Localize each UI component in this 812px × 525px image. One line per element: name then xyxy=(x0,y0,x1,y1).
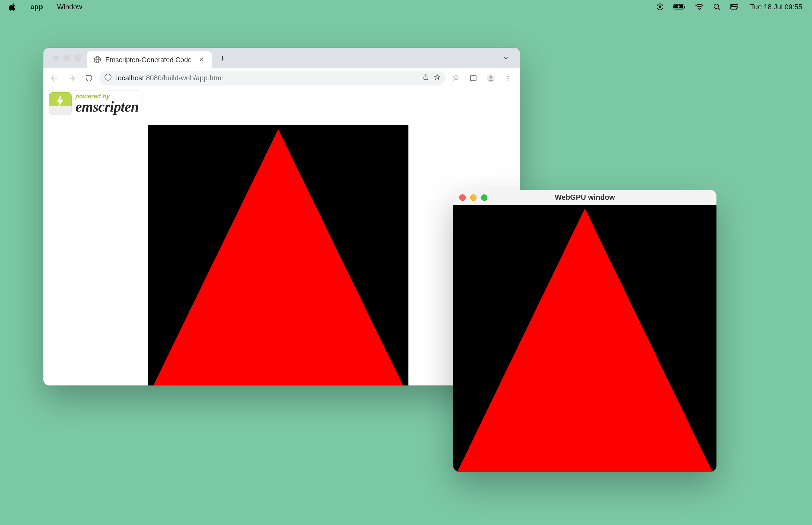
menubar-app-name[interactable]: app xyxy=(28,1,45,13)
native-titlebar[interactable]: WebGPU window xyxy=(453,190,717,205)
back-button[interactable] xyxy=(47,71,61,85)
spotlight-icon[interactable] xyxy=(713,3,721,11)
chrome-url-host: localhost xyxy=(116,74,144,82)
native-window-title: WebGPU window xyxy=(453,193,717,202)
new-tab-button[interactable] xyxy=(216,51,229,65)
svg-point-1 xyxy=(659,6,661,8)
emscripten-bolt-icon xyxy=(49,92,72,115)
svg-point-28 xyxy=(490,76,492,78)
chrome-tabstrip: Emscripten-Generated Code xyxy=(43,48,520,69)
bookmark-icon[interactable] xyxy=(434,74,441,82)
chrome-tab-title: Emscripten-Generated Code xyxy=(105,56,191,64)
chrome-page-viewport: powered by emscripten xyxy=(43,88,520,386)
window-close-button[interactable] xyxy=(53,55,59,61)
globe-icon xyxy=(93,56,102,64)
svg-point-9 xyxy=(731,5,733,6)
menubar-clock[interactable]: Tue 18 Jul 09:55 xyxy=(748,1,805,13)
chrome-toolbar: localhost:8080/build-web/app.html xyxy=(43,69,520,88)
apple-menu-icon[interactable] xyxy=(6,1,18,12)
chrome-menu-icon[interactable] xyxy=(501,71,515,85)
svg-point-6 xyxy=(714,4,718,9)
reload-button[interactable] xyxy=(82,71,96,85)
emscripten-logo: powered by emscripten xyxy=(47,91,142,117)
wifi-icon[interactable] xyxy=(695,3,704,10)
screen-record-icon[interactable] xyxy=(656,3,664,11)
chrome-tab-active[interactable]: Emscripten-Generated Code xyxy=(87,51,212,69)
chrome-url-path: :8080/build-web/app.html xyxy=(144,74,223,82)
profile-icon[interactable] xyxy=(484,71,498,85)
menubar-right: Tue 18 Jul 09:55 xyxy=(656,1,805,13)
macos-menubar: app Window Tue 18 Jul 09:55 xyxy=(0,0,812,14)
red-triangle xyxy=(457,209,713,472)
window-zoom-button[interactable] xyxy=(74,55,81,61)
native-canvas[interactable] xyxy=(453,205,717,472)
forward-button[interactable] xyxy=(65,71,79,85)
chrome-url: localhost:8080/build-web/app.html xyxy=(116,74,223,82)
emscripten-canvas[interactable] xyxy=(148,125,409,386)
svg-point-11 xyxy=(736,7,737,9)
svg-marker-24 xyxy=(434,74,440,79)
share-icon[interactable] xyxy=(422,74,429,82)
red-triangle xyxy=(153,129,403,386)
chrome-window: Emscripten-Generated Code localhost:8080… xyxy=(43,48,520,386)
native-window: WebGPU window xyxy=(453,190,717,472)
control-center-icon[interactable] xyxy=(730,3,738,10)
extensions-icon[interactable] xyxy=(449,71,463,85)
svg-rect-25 xyxy=(471,75,476,80)
svg-point-23 xyxy=(108,75,109,76)
svg-line-7 xyxy=(718,8,720,10)
close-icon[interactable] xyxy=(198,56,205,63)
window-minimize-button[interactable] xyxy=(63,55,70,61)
chrome-window-controls xyxy=(53,55,81,61)
menubar-left: app Window xyxy=(6,1,85,13)
svg-point-29 xyxy=(507,76,509,77)
side-panel-icon[interactable] xyxy=(466,71,480,85)
menubar-item-window[interactable]: Window xyxy=(55,1,84,13)
emscripten-brand: emscripten xyxy=(75,99,139,114)
svg-point-30 xyxy=(507,78,509,79)
svg-rect-3 xyxy=(684,6,685,8)
site-info-icon[interactable] xyxy=(104,73,112,83)
chrome-omnibox[interactable]: localhost:8080/build-web/app.html xyxy=(99,71,446,86)
svg-point-31 xyxy=(507,79,509,80)
emscripten-wordmark: powered by emscripten xyxy=(75,93,139,114)
tab-search-button[interactable] xyxy=(501,53,511,63)
battery-icon[interactable] xyxy=(673,3,686,10)
svg-point-5 xyxy=(699,9,700,10)
